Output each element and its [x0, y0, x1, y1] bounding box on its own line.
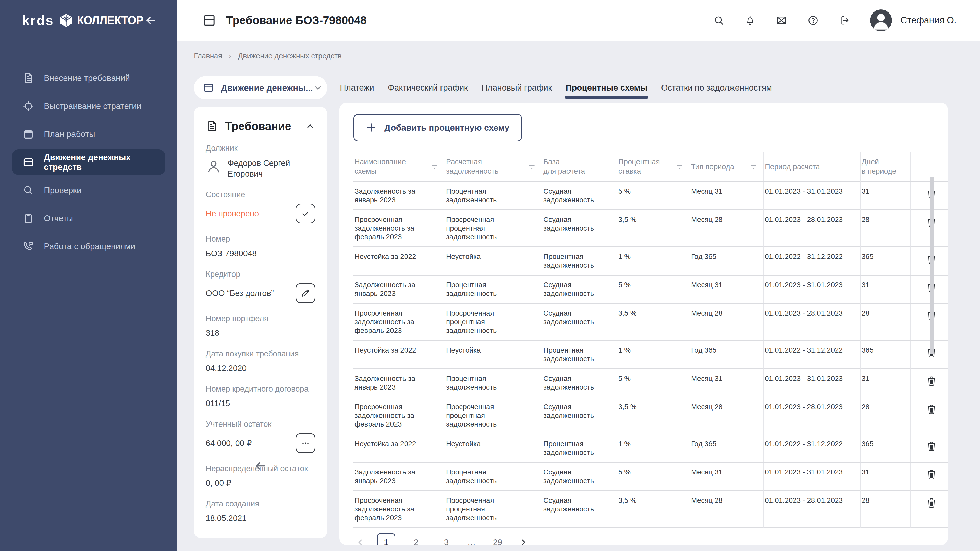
content: Главная›Движение денежных стредств Движе…: [177, 41, 980, 551]
cell-7-days: 28: [861, 397, 911, 434]
tab-4[interactable]: Остатки по задолженностям: [661, 83, 772, 93]
field-purchase-date: Дата покупки требования 04.12.2020: [206, 349, 315, 373]
delete-row-button[interactable]: [926, 497, 937, 509]
add-button-label: Добавить процентную схему: [384, 123, 509, 133]
breadcrumb-item-0[interactable]: Главная: [194, 52, 222, 60]
cell-6-debt: Процентная задолженность: [445, 369, 542, 397]
delete-row-button[interactable]: [926, 375, 937, 387]
delete-row-button[interactable]: [926, 441, 937, 452]
cell-10-debt: Просроченная процентная задолженность: [445, 491, 542, 528]
cell-4-debt: Просроченная процентная задолженность: [445, 304, 542, 341]
delete-row-button[interactable]: [926, 469, 937, 481]
document-icon: [206, 120, 218, 132]
credit-card-icon: [203, 82, 215, 94]
delete-row-button[interactable]: [926, 403, 937, 415]
filter-icon[interactable]: [430, 162, 439, 171]
logo-krds: krds: [22, 13, 54, 28]
sidebar-item-label: Проверки: [44, 186, 81, 195]
sidebar-item-label: Отчеты: [44, 213, 73, 223]
cell-0-actions: [911, 182, 948, 210]
sidebar-collapse-arrow-icon[interactable]: [145, 14, 157, 27]
cell-5-rate: 1 %: [617, 341, 690, 369]
cell-7-base: Ссудная задолженность: [542, 397, 617, 434]
cell-9-debt: Процентная задолженность: [445, 463, 542, 491]
cell-4-rate: 3,5 %: [617, 304, 690, 341]
cell-0-days: 31: [861, 182, 911, 210]
field-label: Номер: [206, 234, 315, 244]
created-value: 18.05.2021: [206, 513, 315, 524]
sidebar-item-3[interactable]: Движение денежных стредств: [12, 149, 165, 175]
cell-9-rate: 5 %: [617, 463, 690, 491]
bell-icon[interactable]: [745, 15, 756, 26]
cell-4-days: 28: [861, 304, 911, 341]
tab-2[interactable]: Плановый график: [482, 83, 552, 93]
add-interest-scheme-button[interactable]: Добавить процентную схему: [353, 114, 522, 141]
cell-3-period_type: Месяц 31: [690, 275, 764, 304]
chevron-up-icon[interactable]: [305, 121, 315, 132]
cell-10-name: Просроченная задолженность за февраль 20…: [353, 491, 445, 528]
sidebar-item-2[interactable]: План работы: [12, 121, 165, 147]
edit-pencil-button[interactable]: [296, 283, 315, 303]
cell-10-rate: 3,5 %: [617, 491, 690, 528]
help-icon[interactable]: [807, 14, 819, 26]
confirm-check-button[interactable]: [296, 203, 315, 224]
toolbar: Движение денежны... ПлатежиФактический г…: [194, 76, 772, 100]
debtor-value: Федоров Сергей Егорович: [228, 158, 315, 179]
cell-9-actions: [911, 463, 948, 491]
column-header-label: Процентная ставка: [618, 157, 660, 176]
cell-6-actions: [911, 369, 948, 397]
cell-0-period_type: Месяц 31: [690, 182, 764, 210]
filter-icon[interactable]: [675, 162, 684, 171]
mail-icon[interactable]: [776, 14, 788, 26]
header-icons: [713, 14, 850, 26]
field-label: Дата создания: [206, 499, 315, 509]
cell-0-name: Задолженность за январь 2023: [353, 182, 445, 210]
more-actions-button[interactable]: [296, 433, 315, 453]
module-select[interactable]: Движение денежны...: [194, 76, 327, 100]
pagination-page-29[interactable]: 29: [488, 533, 507, 545]
avatar[interactable]: [870, 10, 892, 32]
interest-schemes-table: Наименование схемыРасчетная задолженност…: [353, 152, 948, 528]
sidebar-item-label: Движение денежных стредств: [44, 152, 155, 172]
panel-collapse-arrow-icon[interactable]: [254, 459, 267, 472]
cell-5-actions: [911, 341, 948, 369]
sidebar-logo-row: krds КОЛЛЕКТОР: [0, 0, 177, 41]
cell-8-days: 365: [861, 434, 911, 463]
pagination-page-3[interactable]: 3: [437, 533, 455, 545]
cell-2-name: Неустойка за 2022: [353, 247, 445, 275]
pagination-ellipsis: …: [467, 537, 477, 545]
pagination-prev-icon[interactable]: [355, 537, 365, 545]
search-icon[interactable]: [713, 15, 724, 26]
sidebar-item-6[interactable]: Работа с обращениями: [12, 233, 165, 259]
cell-3-actions: [911, 275, 948, 304]
tab-3[interactable]: Процентные схемы: [566, 83, 647, 93]
tab-1[interactable]: Фактический график: [388, 83, 468, 93]
requirement-card: Требование Должник Федоров Сергей Егоров…: [194, 106, 327, 538]
pagination-next-icon[interactable]: [519, 537, 528, 545]
filter-icon[interactable]: [528, 162, 536, 171]
column-header-label: Наименование схемы: [355, 157, 406, 176]
pagination-page-2[interactable]: 2: [407, 533, 425, 545]
vertical-scrollbar[interactable]: [930, 176, 934, 354]
cell-7-debt: Просроченная процентная задолженность: [445, 397, 542, 434]
filter-icon[interactable]: [749, 162, 758, 171]
number-value: БОЗ-7980048: [206, 248, 315, 259]
sidebar-item-4[interactable]: Проверки: [12, 178, 165, 203]
cell-8-debt: Неустойка: [445, 434, 542, 463]
tab-0[interactable]: Платежи: [340, 83, 374, 93]
cell-2-period: 01.01.2022 - 31.12.2022: [764, 247, 861, 275]
cell-3-period: 01.01.2023 - 31.01.2023: [764, 275, 861, 304]
cell-7-actions: [911, 397, 948, 434]
sidebar-item-0[interactable]: Внесение требований: [12, 65, 165, 91]
pagination-page-1[interactable]: 1: [377, 533, 395, 545]
breadcrumb-separator: ›: [229, 52, 231, 60]
field-contract: Номер кредитного договора 011/15: [206, 384, 315, 409]
cell-5-name: Неустойка за 2022: [353, 341, 445, 369]
sidebar-item-5[interactable]: Отчеты: [12, 206, 165, 231]
sidebar-item-1[interactable]: Выстраивание стратегии: [12, 94, 165, 119]
field-label: Дата покупки требования: [206, 349, 315, 359]
cell-9-name: Задолженность за январь 2023: [353, 463, 445, 491]
logo-cube-icon: [59, 13, 73, 28]
logout-icon[interactable]: [839, 15, 850, 26]
column-header-4: Тип периода: [690, 152, 764, 182]
